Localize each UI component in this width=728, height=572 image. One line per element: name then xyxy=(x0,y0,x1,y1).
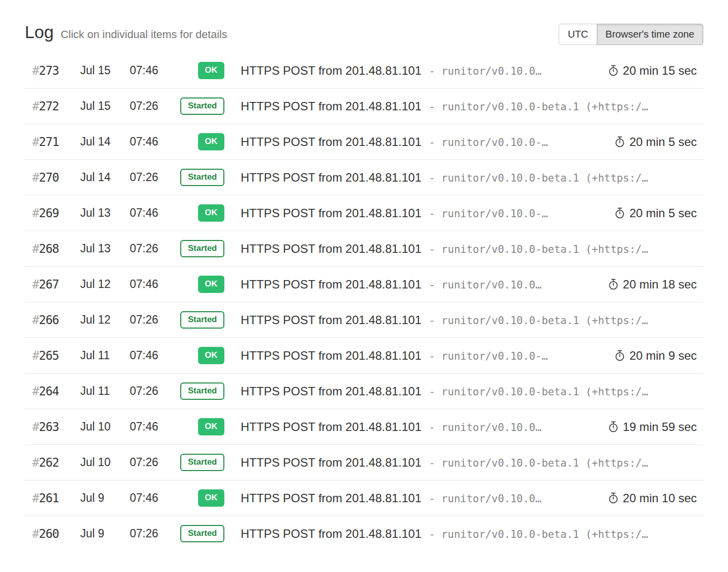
event-number-value: 264 xyxy=(39,384,58,398)
event-message: HTTPS POST from 201.48.81.101 xyxy=(241,171,421,185)
event-number-hash: # xyxy=(32,206,39,220)
event-time: 07:26 xyxy=(130,313,178,327)
log-row[interactable]: #266 Jul 12 07:26 Started HTTPS POST fro… xyxy=(25,302,703,337)
event-duration-text: 20 min 5 sec xyxy=(629,206,697,220)
event-description: HTTPS POST from 201.48.81.101 - runitor/… xyxy=(241,64,599,78)
log-row[interactable]: #260 Jul 9 07:26 Started HTTPS POST from… xyxy=(25,516,703,551)
status-badge: OK xyxy=(198,489,225,506)
event-time: 07:26 xyxy=(130,99,178,113)
event-duration-text: 20 min 10 sec xyxy=(623,491,697,505)
event-duration: 20 min 9 sec xyxy=(614,349,697,363)
log-page: Log Click on individual items for detail… xyxy=(0,0,728,551)
log-row[interactable]: #271 Jul 14 07:46 OK HTTPS POST from 201… xyxy=(25,124,703,159)
log-row[interactable]: #269 Jul 13 07:46 OK HTTPS POST from 201… xyxy=(25,195,703,231)
timezone-toggle-group: UTC Browser's time zone xyxy=(559,24,703,45)
event-date: Jul 10 xyxy=(80,456,130,469)
status-badge-cell: OK xyxy=(178,418,224,435)
log-row[interactable]: #268 Jul 13 07:26 Started HTTPS POST fro… xyxy=(25,231,703,266)
event-number-hash: # xyxy=(32,278,39,291)
event-time: 07:46 xyxy=(130,420,178,433)
event-user-agent: - runitor/v0.10.0-… xyxy=(429,208,548,220)
log-table: #273 Jul 15 07:46 OK HTTPS POST from 201… xyxy=(25,53,703,551)
event-time: 07:26 xyxy=(130,242,178,255)
event-duration: 20 min 5 sec xyxy=(614,206,697,220)
stopwatch-icon xyxy=(608,279,619,290)
utc-button[interactable]: UTC xyxy=(559,24,597,45)
log-row[interactable]: #270 Jul 14 07:26 Started HTTPS POST fro… xyxy=(25,159,703,195)
event-time: 07:46 xyxy=(130,135,178,148)
status-badge: OK xyxy=(198,347,225,364)
event-user-agent: - runitor/v0.10.0-beta.1 (+https:/… xyxy=(429,528,648,540)
stopwatch-icon xyxy=(608,492,619,504)
status-badge: Started xyxy=(180,97,224,114)
event-duration-text: 20 min 18 sec xyxy=(623,278,697,291)
event-date: Jul 15 xyxy=(80,64,130,77)
event-number: #268 xyxy=(32,242,80,256)
stopwatch-icon xyxy=(614,207,625,219)
event-message: HTTPS POST from 201.48.81.101 xyxy=(241,313,421,327)
stopwatch-icon xyxy=(608,421,619,432)
log-row[interactable]: #273 Jul 15 07:46 OK HTTPS POST from 201… xyxy=(25,53,703,88)
log-row[interactable]: #265 Jul 11 07:46 OK HTTPS POST from 201… xyxy=(25,337,703,373)
event-description: HTTPS POST from 201.48.81.101 - runitor/… xyxy=(241,491,599,505)
event-number: #264 xyxy=(32,384,80,398)
event-user-agent: - runitor/v0.10.0-… xyxy=(429,350,548,362)
event-message: HTTPS POST from 201.48.81.101 xyxy=(241,456,421,470)
event-message: HTTPS POST from 201.48.81.101 xyxy=(241,527,421,541)
event-number-value: 262 xyxy=(39,456,58,470)
log-row[interactable]: #267 Jul 12 07:46 OK HTTPS POST from 201… xyxy=(25,266,703,302)
status-badge-cell: OK xyxy=(178,489,224,506)
status-badge-cell: OK xyxy=(178,347,224,364)
event-date: Jul 14 xyxy=(80,135,130,148)
event-number: #272 xyxy=(32,99,80,113)
event-number: #260 xyxy=(32,527,80,541)
page-title: Log xyxy=(25,23,53,42)
event-number-hash: # xyxy=(32,313,39,327)
log-row[interactable]: #262 Jul 10 07:26 Started HTTPS POST fro… xyxy=(25,444,703,480)
status-badge: Started xyxy=(180,454,224,471)
event-date: Jul 11 xyxy=(80,384,130,398)
event-date: Jul 9 xyxy=(80,527,130,540)
event-duration-text: 19 min 59 sec xyxy=(623,420,697,434)
browser-timezone-button[interactable]: Browser's time zone xyxy=(597,24,703,45)
event-number-value: 270 xyxy=(39,171,58,185)
event-number-hash: # xyxy=(32,384,39,398)
event-number-hash: # xyxy=(32,491,39,505)
event-user-agent: - runitor/v0.10.0-… xyxy=(429,137,548,148)
event-time: 07:26 xyxy=(130,456,178,469)
log-row[interactable]: #261 Jul 9 07:46 OK HTTPS POST from 201.… xyxy=(25,480,703,516)
log-row[interactable]: #272 Jul 15 07:26 Started HTTPS POST fro… xyxy=(25,88,703,124)
event-number: #265 xyxy=(32,349,80,363)
log-row[interactable]: #263 Jul 10 07:46 OK HTTPS POST from 201… xyxy=(25,409,703,444)
event-date: Jul 10 xyxy=(80,420,130,433)
event-description: HTTPS POST from 201.48.81.101 - runitor/… xyxy=(241,206,605,220)
event-number: #261 xyxy=(32,491,80,505)
log-row[interactable]: #264 Jul 11 07:26 Started HTTPS POST fro… xyxy=(25,373,703,409)
event-number-value: 263 xyxy=(39,420,58,434)
event-user-agent: - runitor/v0.10.0-beta.1 (+https:/… xyxy=(429,172,648,184)
event-time: 07:26 xyxy=(130,384,178,398)
event-number-value: 272 xyxy=(39,99,58,113)
event-number-value: 260 xyxy=(39,527,58,541)
event-date: Jul 15 xyxy=(80,99,130,113)
event-date: Jul 13 xyxy=(80,242,130,255)
event-description: HTTPS POST from 201.48.81.101 - runitor/… xyxy=(241,135,605,149)
page-subtitle: Click on individual items for details xyxy=(60,28,227,41)
event-number: #262 xyxy=(32,456,80,470)
event-time: 07:46 xyxy=(130,349,178,362)
status-badge-cell: Started xyxy=(178,525,224,542)
event-user-agent: - runitor/v0.10.0… xyxy=(429,65,542,77)
event-description: HTTPS POST from 201.48.81.101 - runitor/… xyxy=(241,242,697,256)
event-description: HTTPS POST from 201.48.81.101 - runitor/… xyxy=(241,313,697,327)
event-time: 07:26 xyxy=(130,527,178,540)
event-message: HTTPS POST from 201.48.81.101 xyxy=(241,349,421,363)
event-time: 07:46 xyxy=(130,206,178,220)
status-badge-cell: OK xyxy=(178,204,224,221)
status-badge-cell: Started xyxy=(178,169,224,186)
event-number-value: 266 xyxy=(39,313,58,327)
event-date: Jul 14 xyxy=(80,171,130,184)
event-date: Jul 11 xyxy=(80,349,130,362)
status-badge-cell: Started xyxy=(178,97,224,114)
event-number: #267 xyxy=(32,278,80,291)
event-number-hash: # xyxy=(32,242,39,256)
